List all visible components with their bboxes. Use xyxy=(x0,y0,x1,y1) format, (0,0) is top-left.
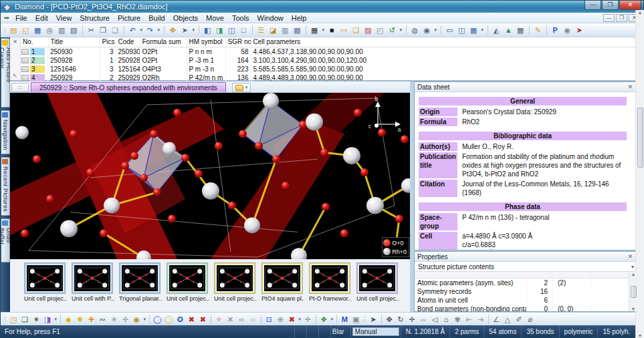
viewing-direction-button[interactable]: ✛ xyxy=(302,314,314,325)
dock-tab-undo-buffer[interactable]: Undo Buffer xyxy=(1,218,10,263)
print-button[interactable]: ▧ xyxy=(68,25,80,35)
fill-sphere-button[interactable]: ◉ xyxy=(131,314,142,325)
structure-row-2[interactable]: 22509281250928O2PtP -3 m 11643.100,3.100… xyxy=(21,56,643,65)
add-group-button[interactable]: ✢ xyxy=(120,314,131,325)
menu-build[interactable]: Build xyxy=(144,13,169,23)
cell-pics[interactable]: 1 xyxy=(100,56,116,65)
picture-thumbnail-3[interactable]: Trigonal planar... xyxy=(119,263,162,312)
cell-cell[interactable]: 4.486,4.537,3.138,90.00,90.00,90.00 xyxy=(251,47,643,56)
open-document-button[interactable]: ◱ xyxy=(20,25,31,35)
cell-pics[interactable]: 3 xyxy=(100,65,116,73)
step-back-button[interactable]: ⇤ xyxy=(463,314,475,325)
menu-picture[interactable]: Picture xyxy=(114,13,144,23)
edit-contacts-button[interactable]: ✕ xyxy=(225,314,236,325)
cell-pics[interactable]: 3 xyxy=(100,47,116,56)
scroll-up-icon[interactable]: ▲ xyxy=(638,10,643,15)
fill-sphere-dropdown-arrow[interactable]: ▾ xyxy=(142,317,147,322)
destroy-sphere-1-button[interactable]: ✖ xyxy=(186,314,197,325)
previous-orientation-button[interactable]: ◁ xyxy=(429,314,441,325)
fill-cell-dropdown-arrow[interactable]: ▾ xyxy=(330,317,334,322)
add-network-button[interactable]: ✳ xyxy=(108,314,120,325)
cell-sgr[interactable]: 58 xyxy=(225,47,251,56)
picture-wizard-button[interactable]: ◨ xyxy=(42,314,53,325)
structure-row-1[interactable]: 12509303250930O2PtP n n m584.486,4.537,3… xyxy=(21,47,643,56)
redo-dropdown-arrow[interactable]: ▾ xyxy=(156,27,161,33)
menu-objects[interactable]: Objects xyxy=(169,13,202,23)
close-button[interactable]: ✕ xyxy=(619,1,641,10)
cell-sgr[interactable]: 136 xyxy=(225,73,251,82)
close-table-pane-icon[interactable]: ✕ xyxy=(11,38,19,45)
menu-file[interactable]: File xyxy=(11,13,31,23)
column-header-pics[interactable]: Pics xyxy=(100,37,116,47)
delete-picture-button[interactable]: ▨ xyxy=(362,25,374,35)
paste-button[interactable]: ❑ xyxy=(110,25,121,35)
menu-tools[interactable]: Tools xyxy=(228,13,253,23)
picture-thumbnail-7[interactable]: Pt-O framewor... xyxy=(309,263,352,312)
properties-close-icon[interactable]: ✕ xyxy=(626,253,635,260)
home-orientation-button[interactable]: ⌂ xyxy=(441,314,452,325)
coordination-sphere-blue-button[interactable]: ◯ xyxy=(152,314,163,325)
build-tools-button[interactable]: ✷ xyxy=(31,314,42,325)
measure-distance-button[interactable]: ∠ xyxy=(491,314,502,325)
video-record-button[interactable]: ➤ xyxy=(574,25,585,35)
zoom-selection-button[interactable]: ◉ xyxy=(421,25,433,35)
print-preview-button[interactable]: ▥ xyxy=(56,25,68,35)
draw-pen-button[interactable]: ✎ xyxy=(532,25,544,35)
add-atom-button[interactable]: ✚ xyxy=(86,314,97,325)
pan-mode-button[interactable]: ✥ xyxy=(167,25,179,35)
add-chain-button[interactable]: ∾ xyxy=(97,314,108,325)
doc-minimize-button[interactable]: — xyxy=(603,14,615,22)
panel-table-dropdown-arrow[interactable]: ▾ xyxy=(480,27,485,33)
spin-mode-button[interactable]: ✾ xyxy=(452,314,463,325)
chart-powder-button[interactable]: ▲ xyxy=(503,25,514,35)
cell-pics[interactable]: 2 xyxy=(100,73,116,82)
chart-table-button[interactable]: ▦ xyxy=(515,25,526,35)
dock-tab-auto-picture-creator[interactable]: Auto Picture Creator xyxy=(1,38,10,108)
cell-code[interactable]: 250930 xyxy=(116,47,140,56)
window-split-button[interactable]: ◫ xyxy=(226,25,237,35)
cell-title[interactable]: 1251646 xyxy=(48,65,100,73)
cell-origin-button[interactable]: ⊕ xyxy=(275,314,286,325)
doc-restore-button[interactable]: ❐ xyxy=(616,14,627,22)
chart-distances-button[interactable]: ◭ xyxy=(491,25,502,35)
powder-pattern-button[interactable]: P xyxy=(550,25,561,35)
column-header-cell-parameters[interactable]: Cell parameters xyxy=(251,37,643,47)
picture-thumbnail-4[interactable]: Unit cell projec... xyxy=(167,263,209,312)
cell-sgr[interactable]: 223 xyxy=(225,65,251,73)
column-header-no-[interactable]: No. xyxy=(21,37,48,47)
coordination-sphere-yellow-button[interactable]: ◯ xyxy=(163,314,175,325)
select-mode-button[interactable]: ➤ xyxy=(368,314,379,325)
window-structure-button[interactable]: ◧ xyxy=(202,25,213,35)
window-full-button[interactable]: □ xyxy=(238,25,249,35)
maximize-button[interactable]: ❐ xyxy=(602,1,619,10)
save-button[interactable]: ▦ xyxy=(32,25,43,35)
pane-right-button[interactable]: ▩ xyxy=(292,25,303,35)
molecule-mode-button[interactable]: M xyxy=(339,314,350,325)
cell-formula[interactable]: O2Rh xyxy=(140,73,187,82)
cell-title[interactable]: 250928 xyxy=(48,56,100,65)
find-button[interactable]: ◎ xyxy=(44,25,56,35)
pointer-mode-button[interactable]: ➤ xyxy=(179,25,191,35)
zoom-selection-dropdown-arrow[interactable]: ▾ xyxy=(433,27,438,33)
cell-hm[interactable]: P n n m xyxy=(187,47,225,56)
datasheet-mode-button[interactable]: ◪ xyxy=(267,25,279,35)
table-mode-button[interactable]: ☰ xyxy=(255,25,267,35)
new-folder-button[interactable]: ▭ xyxy=(338,25,350,35)
cell-edges-button[interactable]: ⊡ xyxy=(263,314,275,325)
column-header-sgr-no-[interactable]: SGR no. xyxy=(225,37,251,47)
cell-formula[interactable]: O2Pt xyxy=(140,56,187,65)
translate-mode-button[interactable]: ✥ xyxy=(384,314,395,325)
menu-view[interactable]: View xyxy=(52,13,76,23)
pointer-mode-dropdown-arrow[interactable]: ▾ xyxy=(191,27,196,33)
properties-view-selector[interactable]: Structure picture contents ▾ xyxy=(415,262,637,272)
menu-edit[interactable]: Edit xyxy=(31,13,52,23)
cell-code[interactable]: 250928 xyxy=(116,56,140,65)
resize-mode-button[interactable]: ⇔ xyxy=(418,314,429,325)
property-row-3[interactable]: Atoms in unit cell6 xyxy=(415,296,637,305)
status-mode-cell[interactable]: Manual xyxy=(350,325,401,337)
property-row-2[interactable]: Symmetry records16 xyxy=(415,287,637,296)
destroy-sphere-2-button[interactable]: ✖ xyxy=(197,314,209,325)
destroy-cell-button[interactable]: ✖ xyxy=(286,314,298,325)
cell-hm[interactable]: P m -3 n xyxy=(187,65,225,73)
menu-structure[interactable]: Structure xyxy=(76,13,114,23)
